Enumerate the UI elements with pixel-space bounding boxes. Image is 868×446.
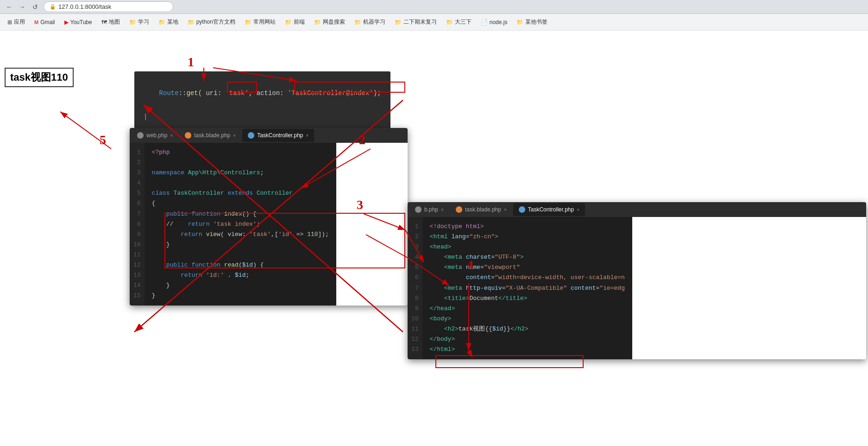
code-content-2: <!doctype html> <html lang="zh-cn"> <hea…: [422, 217, 632, 359]
folder-icon-7: 📁: [354, 19, 361, 25]
tab-taskcontroller-1[interactable]: TaskController.php ×: [242, 129, 314, 142]
browser-chrome: ← → ↺ 🔒 127.0.0.1:8000/task: [0, 0, 868, 14]
tab-webphp[interactable]: web.php ×: [132, 129, 178, 142]
address-text: 127.0.0.1:8000/task: [58, 3, 111, 10]
file-icon-1: 📄: [481, 19, 488, 25]
maps-icon: 🗺: [101, 19, 107, 25]
annotation-4: 4: [467, 258, 473, 273]
tab-taskcontroller-2[interactable]: TaskController.php ×: [513, 203, 585, 216]
tab-bphp[interactable]: b.php ×: [409, 203, 449, 216]
page-title: task视图110: [5, 68, 74, 87]
forward-button[interactable]: →: [18, 2, 27, 12]
back-button[interactable]: ←: [5, 2, 14, 12]
editor-blade: b.php × task.blade.php × TaskController.…: [408, 202, 866, 359]
tab-icon-b: [415, 206, 421, 213]
annotation-2: 2: [359, 133, 365, 147]
bookmarks-bar: ⊞ 应用 M Gmail ▶ YouTube 🗺 地图 📁 学习 📁 某地 📁 …: [0, 14, 868, 31]
bookmark-nodejs[interactable]: 📄 node.js: [477, 17, 511, 27]
tab-icon-controller: [248, 132, 254, 139]
tab-taskblade-2[interactable]: task.blade.php ×: [450, 203, 512, 216]
bookmark-others[interactable]: 📁 某他书签: [513, 16, 551, 28]
bookmark-youtube[interactable]: ▶ YouTube: [61, 17, 96, 27]
bookmark-maps[interactable]: 🗺 地图: [98, 16, 124, 28]
annotation-3: 3: [357, 198, 363, 212]
bookmark-frontend[interactable]: 📁 前端: [281, 16, 308, 28]
main-content: task视图110 Route::get( uri: 'task', actio…: [0, 31, 868, 446]
bookmark-ml[interactable]: 📁 机器学习: [351, 16, 389, 28]
editor-tabs-1: web.php × task.blade.php × TaskControlle…: [130, 128, 408, 143]
lock-icon: 🔒: [50, 4, 56, 10]
folder-icon-5: 📁: [285, 19, 292, 25]
code-content-1: <?php namespace App\Http\Controllers; cl…: [145, 143, 336, 306]
editor-taskcontroller: web.php × task.blade.php × TaskControlle…: [130, 128, 408, 306]
folder-icon-3: 📁: [188, 19, 195, 25]
editor-body-1: 123456789101112131415 <?php namespace Ap…: [130, 143, 408, 306]
address-bar[interactable]: 🔒 127.0.0.1:8000/task: [44, 1, 173, 12]
tab-taskblade[interactable]: task.blade.php ×: [179, 129, 241, 142]
bookmark-netdisk[interactable]: 📁 网盘搜索: [310, 16, 349, 28]
reload-button[interactable]: ↺: [31, 2, 40, 12]
line-numbers-1: 123456789101112131415: [130, 143, 145, 306]
tab-icon-controller-2: [519, 206, 525, 213]
folder-icon-6: 📁: [314, 19, 321, 25]
bookmark-study[interactable]: 📁 学习: [126, 16, 153, 28]
bookmark-review[interactable]: 📁 二下期末复习: [391, 16, 440, 28]
apps-icon: ⊞: [7, 19, 12, 25]
folder-icon-1: 📁: [129, 19, 136, 25]
folder-icon-2: 📁: [158, 19, 165, 25]
bookmark-place[interactable]: 📁 某地: [155, 16, 182, 28]
tab-icon-blade: [185, 132, 191, 139]
editor-body-2: 12345678910111213 <!doctype html> <html …: [408, 217, 866, 359]
folder-icon-8: 📁: [395, 19, 402, 25]
bookmark-apps[interactable]: ⊞ 应用: [4, 16, 29, 28]
youtube-icon: ▶: [64, 19, 69, 25]
tab-icon-blade-2: [456, 206, 462, 213]
tab-icon-web: [137, 132, 144, 139]
annotation-1: 1: [188, 55, 194, 70]
bookmark-thirdyear[interactable]: 📁 大三下: [442, 16, 475, 28]
bookmark-python[interactable]: 📁 python官方文档: [184, 16, 239, 28]
youtube-label: YouTube: [70, 19, 92, 25]
bookmark-gmail[interactable]: M Gmail: [31, 17, 59, 27]
folder-icon-9: 📁: [446, 19, 453, 25]
gmail-icon: M: [34, 19, 38, 25]
folder-icon-10: 📁: [516, 19, 523, 25]
folder-icon-4: 📁: [245, 19, 252, 25]
bookmark-common[interactable]: 📁 常用网站: [241, 16, 279, 28]
editor-tabs-2: b.php × task.blade.php × TaskController.…: [408, 202, 866, 217]
annotation-5: 5: [100, 133, 106, 147]
line-numbers-2: 12345678910111213: [408, 217, 422, 359]
